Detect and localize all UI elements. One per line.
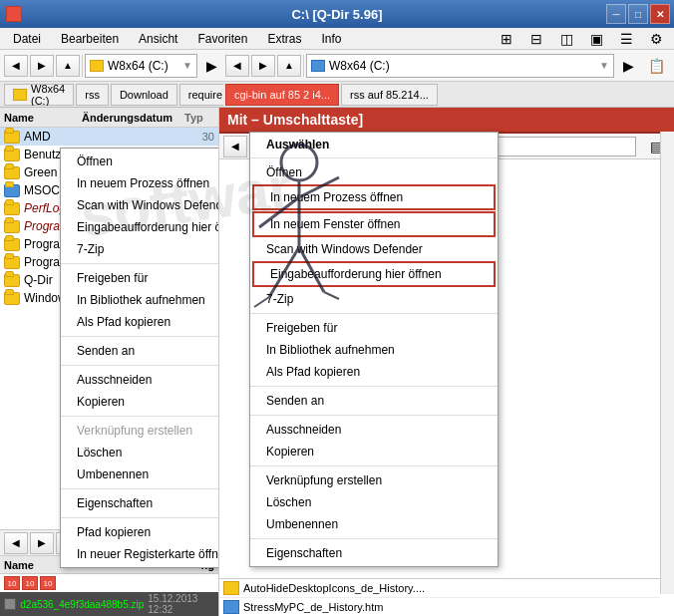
toolbar-icon-5[interactable]: ☰ [612, 26, 640, 52]
left-pane: Name Änderungsdatum Typ AMD 30 Benutzer … [0, 108, 219, 616]
ctx-copy-path[interactable]: Als Pfad kopieren [61, 311, 219, 333]
ctx-right-properties[interactable]: Eigenschaften [250, 542, 498, 564]
back-btn-lb[interactable]: ◀ [4, 532, 28, 554]
ctx-right-library[interactable]: In Bibliothek aufnehmen [250, 339, 498, 361]
file-name: AMD [24, 130, 51, 144]
ctx-new-process[interactable]: In neuem Prozess öffnen [61, 172, 219, 194]
breadcrumb-tab-rss[interactable]: rss [76, 84, 109, 106]
ctx-cmd[interactable]: Eingabeaufforderung hier öffnen [61, 216, 219, 238]
up-button-right[interactable]: ▲ [277, 55, 301, 77]
ctx-right-7zip[interactable]: 7-Zip [250, 288, 498, 310]
file-date: 30 [202, 131, 214, 143]
breadcrumb-tab-download[interactable]: Download [111, 84, 177, 106]
ctx-right-delete[interactable]: Löschen [250, 491, 498, 513]
breadcrumb-tab-require[interactable]: require [179, 84, 223, 106]
ctx-copy-path-2[interactable]: Pfad kopieren [61, 521, 219, 543]
bottom-file-item[interactable]: 10 10 10 [0, 574, 218, 592]
right-header-box: Mit – Umschalttaste] [219, 108, 674, 134]
address-go-right[interactable]: ▶ [616, 53, 640, 79]
ctx-library[interactable]: In Bibliothek aufnehmen [61, 289, 219, 311]
ctx-right-new-process[interactable]: In neuem Prozess öffnen [252, 184, 496, 210]
back-btn-right[interactable]: ◀ [223, 136, 247, 157]
ctx-right-cmd[interactable]: Eingabeaufforderung hier öffnen [252, 261, 496, 287]
menu-favoriten[interactable]: Favoriten [188, 29, 256, 49]
toolbar-icon-3[interactable]: ◫ [552, 26, 580, 52]
app-icon [6, 6, 22, 22]
context-menu-left: Öffnen In neuem Prozess öffnen Scan with… [60, 148, 219, 568]
ctx-right-new-window[interactable]: In neuem Fenster öffnen [252, 211, 496, 237]
file-icon-htm [223, 600, 239, 614]
ctx-right-cut[interactable]: Ausschneiden [250, 419, 498, 441]
zip-icon [4, 598, 16, 610]
ctx-right-scan[interactable]: Scan with Windows Defender [250, 238, 498, 260]
folder-icon [4, 292, 20, 305]
col-type: Typ [184, 112, 203, 124]
folder-icon [4, 131, 20, 144]
ctx-create-link[interactable]: Verknüpfung erstellen [61, 420, 219, 442]
folder-icon [4, 149, 20, 161]
toolbar-icon-4[interactable]: ▣ [582, 26, 610, 52]
ctx-copy[interactable]: Kopieren [61, 391, 219, 413]
toolbar-icon-6[interactable]: ⚙ [642, 26, 670, 52]
minimize-button[interactable]: ─ [606, 4, 626, 24]
menu-datei[interactable]: Datei [4, 29, 50, 49]
ctx-right-rename[interactable]: Umbenennen [250, 513, 498, 535]
ctx-right-copy-path[interactable]: Als Pfad kopieren [250, 361, 498, 383]
maximize-button[interactable]: □ [628, 4, 648, 24]
forward-button-right[interactable]: ▶ [251, 55, 275, 77]
ctx-right-section: Auswählen [250, 135, 498, 154]
ctx-rename[interactable]: Umbenennen [61, 463, 219, 485]
toolbar-icon-1[interactable]: ⊞ [493, 26, 520, 52]
file-icon-red2: 10 [22, 576, 38, 590]
right-file-name-1: AutoHideDesktopIcons_de_History.... [243, 582, 425, 594]
close-button[interactable]: ✕ [650, 4, 670, 24]
ctx-right-sep4 [250, 415, 498, 416]
back-button[interactable]: ◀ [4, 55, 28, 77]
ctx-right-sep6 [250, 538, 498, 539]
ctx-scan-defender[interactable]: Scan with Windows Defender [61, 194, 219, 216]
menu-extras[interactable]: Extras [258, 29, 310, 49]
ctx-right-share[interactable]: Freigeben für [250, 317, 498, 339]
right-bottom-file-1[interactable]: AutoHideDesktopIcons_de_History.... [219, 579, 660, 598]
zip-file-item[interactable]: d2a536_4e9f3daa488b5.zip 15.12.2013 12:3… [0, 592, 218, 616]
address-go-left[interactable]: ▶ [199, 53, 223, 79]
ctx-properties[interactable]: Eigenschaften [61, 492, 219, 514]
ctx-new-tab[interactable]: In neuer Registerkarte öffnen [61, 543, 219, 565]
file-name: Green [24, 165, 57, 179]
forward-button[interactable]: ▶ [30, 55, 54, 77]
back-button-right[interactable]: ◀ [225, 55, 249, 77]
breadcrumb-tab-rss-right[interactable]: rss auf 85.214... [341, 84, 438, 106]
context-menu-right: Auswählen Öffnen In neuem Prozess öffnen… [249, 132, 499, 567]
toolbar-extra-1[interactable]: 📋 [642, 53, 670, 79]
breadcrumb-tab-w8x64[interactable]: W8x64 (C:) [4, 84, 74, 106]
ctx-delete[interactable]: Löschen [61, 442, 219, 463]
ctx-7zip[interactable]: 7-Zip [61, 238, 219, 260]
col-name: Name [4, 112, 34, 124]
scrollbar-right[interactable] [660, 132, 674, 594]
window-controls: ─ □ ✕ [606, 4, 670, 24]
ctx-right-copy[interactable]: Kopieren [250, 441, 498, 462]
file-icon-red3: 10 [40, 576, 56, 590]
list-item[interactable]: AMD 30 [0, 128, 218, 146]
breadcrumb-tab-cgi[interactable]: cgi-bin auf 85 2 i4... [225, 84, 339, 106]
right-header-text: Mit – Umschalttaste] [227, 112, 363, 128]
forward-btn-lb[interactable]: ▶ [30, 532, 54, 554]
up-button[interactable]: ▲ [56, 55, 80, 77]
right-bottom-file-2[interactable]: StressMyPC_de_History.htm [219, 598, 660, 616]
ctx-right-open[interactable]: Öffnen [250, 161, 498, 183]
menu-bearbeiten[interactable]: Bearbeiten [52, 29, 128, 49]
ctx-send-to[interactable]: Senden an [61, 340, 219, 362]
ctx-cut[interactable]: Ausschneiden [61, 369, 219, 391]
address-right[interactable]: W8x64 (C:) ▼ [306, 54, 614, 78]
address-left[interactable]: W8x64 (C:) ▼ [85, 54, 197, 78]
ctx-share[interactable]: Freigeben für [61, 267, 219, 289]
menu-ansicht[interactable]: Ansicht [130, 29, 186, 49]
ctx-right-create-link[interactable]: Verknüpfung erstellen [250, 469, 498, 491]
ctx-right-send[interactable]: Senden an [250, 390, 498, 412]
menu-info[interactable]: Info [312, 29, 350, 49]
folder-icon [4, 256, 20, 269]
breadcrumb-label-download: Download [120, 89, 168, 101]
toolbar-icon-2[interactable]: ⊟ [522, 26, 550, 52]
ctx-open[interactable]: Öffnen [61, 151, 219, 172]
folder-icon [4, 166, 20, 179]
